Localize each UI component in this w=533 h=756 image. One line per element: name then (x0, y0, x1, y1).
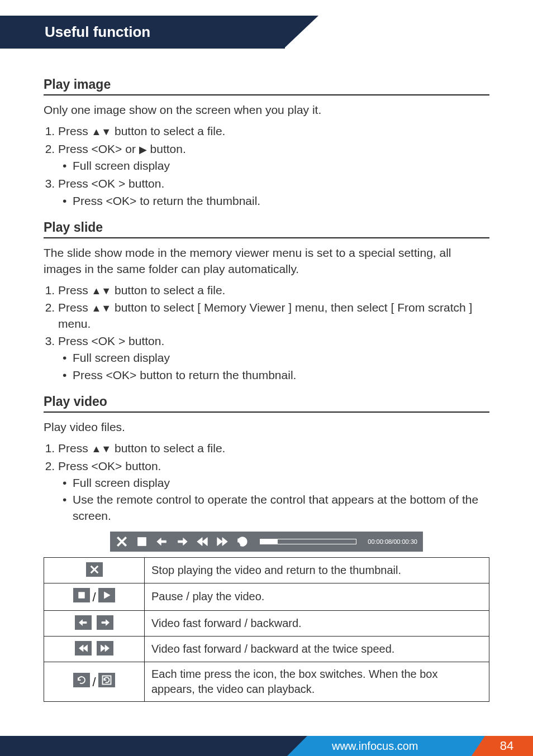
arrow-left-icon (156, 535, 168, 548)
play-video-heading: Play video (44, 393, 489, 413)
arrow-right-icon (97, 615, 113, 630)
desc-cell: Pause / play the video. (145, 583, 489, 611)
list-item: Press <OK> to return the thumbnail. (58, 193, 489, 209)
desc-cell: Video fast forward / backward. (145, 610, 489, 636)
list-item: Press ▲▼ button to select a file. (58, 283, 489, 298)
page-footer: www.infocus.com 84 (0, 736, 533, 756)
up-down-icon: ▲▼ (92, 303, 112, 314)
list-item: Use the remote control to operate the co… (58, 492, 489, 524)
table-row: / Each time press the icon, the box swit… (44, 662, 489, 701)
desc-cell: Video fast forward / backward at the twi… (145, 636, 489, 662)
desc-cell: Each time press the icon, the box switch… (145, 662, 489, 701)
section-title: Useful function (0, 16, 285, 49)
step-text: Press <OK> or (58, 142, 139, 155)
step-text: Press <OK > button. (58, 177, 164, 190)
svg-rect-1 (79, 592, 85, 599)
desc-cell: Stop playing the video and return to the… (145, 558, 489, 583)
step-text: button to select a file. (111, 125, 225, 137)
skip-back-icon (75, 641, 92, 655)
loop-icon (236, 535, 249, 548)
list-item: Press <OK> button to return the thumbnai… (58, 367, 489, 383)
icon-cell: / (44, 583, 145, 611)
list-item: Press <OK> or ▶ button. Full screen disp… (58, 141, 489, 174)
arrow-right-icon (176, 535, 188, 548)
up-down-icon: ▲▼ (92, 126, 112, 137)
up-down-icon: ▲▼ (92, 285, 112, 296)
stop-icon (73, 588, 90, 602)
close-icon (86, 562, 103, 577)
table-row: Stop playing the video and return to the… (44, 558, 489, 583)
play-video-steps: Press ▲▼ button to select a file. Press … (44, 441, 489, 524)
list-item: Press ▲▼ button to select a file. (58, 441, 489, 456)
time-display: 00:00:08/00:00:30 (368, 538, 417, 546)
table-row: / Pause / play the video. (44, 583, 489, 611)
step-text: button to select a file. (111, 284, 225, 296)
skip-forward-icon (216, 535, 229, 548)
list-item: Press ▲▼ button to select a file. (58, 123, 489, 139)
icon-cell (44, 636, 145, 662)
play-slide-desc: The slide show mode in the memory viewer… (44, 245, 489, 277)
arrow-left-icon (75, 615, 92, 630)
video-player-bar: 00:00:08/00:00:30 (110, 532, 423, 552)
section-banner: Useful function (0, 16, 533, 49)
skip-forward-icon (97, 641, 113, 655)
step-text: Press <OK > button. (58, 334, 164, 347)
svg-rect-0 (138, 538, 146, 546)
icon-cell (44, 610, 145, 636)
list-item: Press <OK> button. Full screen display U… (58, 458, 489, 524)
progress-bar (260, 539, 356, 544)
step-text: Press <OK> button. (58, 460, 161, 472)
table-row: Video fast forward / backward. (44, 610, 489, 636)
list-item: Full screen display (58, 158, 489, 174)
step-text: Press (58, 284, 92, 296)
list-item: Full screen display (58, 350, 489, 366)
icon-cell: / (44, 662, 145, 701)
list-item: Press ▲▼ button to select [ Memory Viewe… (58, 300, 489, 332)
play-icon (98, 588, 115, 602)
table-row: Video fast forward / backward at the twi… (44, 636, 489, 662)
play-video-desc: Play video files. (44, 419, 489, 435)
icon-description-table: Stop playing the video and return to the… (44, 557, 489, 702)
right-icon: ▶ (139, 144, 147, 155)
play-slide-heading: Play slide (44, 219, 489, 238)
list-item: Full screen display (58, 475, 489, 491)
step-text: button to select [ Memory Viewer ] menu,… (58, 301, 472, 329)
loop-icon (73, 673, 90, 687)
loop-boxed-icon (98, 673, 115, 687)
play-image-heading: Play image (44, 76, 489, 95)
play-slide-steps: Press ▲▼ button to select a file. Press … (44, 283, 489, 383)
up-down-icon: ▲▼ (92, 443, 112, 454)
skip-back-icon (196, 535, 208, 548)
icon-cell (44, 558, 145, 583)
list-item: Press <OK > button. Press <OK> to return… (58, 176, 489, 209)
list-item: Press <OK > button. Full screen display … (58, 333, 489, 383)
step-text: Press (58, 301, 92, 314)
step-text: Press (58, 125, 92, 137)
stop-icon (136, 535, 148, 548)
close-icon (116, 535, 128, 548)
step-text: button. (147, 142, 186, 155)
play-image-desc: Only one image show on the screen when y… (44, 102, 489, 118)
step-text: button to select a file. (111, 442, 225, 454)
play-image-steps: Press ▲▼ button to select a file. Press … (44, 123, 489, 209)
step-text: Press (58, 442, 92, 454)
